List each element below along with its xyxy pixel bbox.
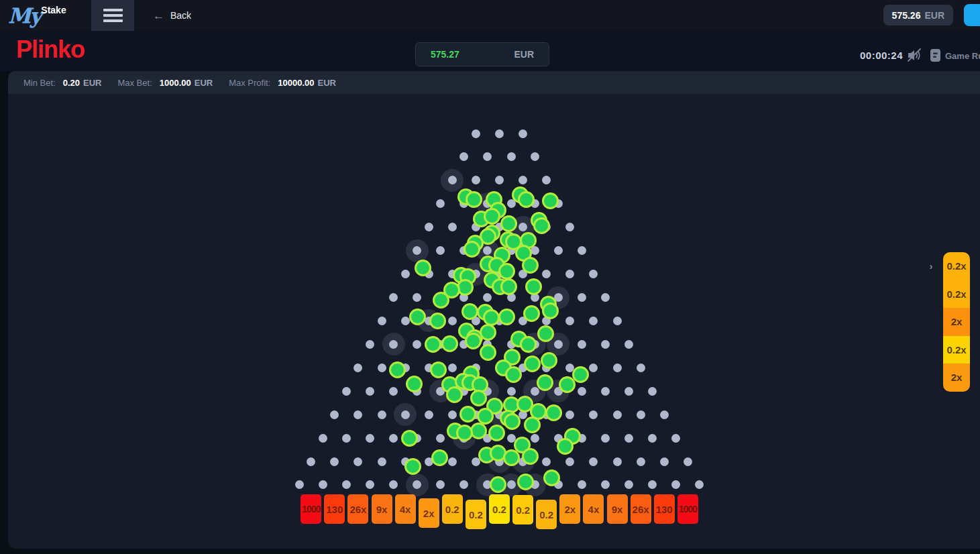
plinko-ball [459, 406, 476, 423]
multiplier-slot: 130 [324, 494, 345, 524]
min-bet-label: Min Bet: [23, 78, 56, 88]
plinko-ball [537, 374, 553, 391]
mystake-logo[interactable]: My Stake [8, 0, 66, 31]
peg [542, 457, 551, 466]
plinko-ball [518, 191, 535, 208]
peg [366, 387, 374, 396]
peg [507, 152, 516, 161]
peg [366, 340, 374, 349]
peg [578, 340, 586, 349]
plinko-ball [465, 333, 482, 349]
peg [531, 387, 539, 396]
plinko-ball [470, 390, 487, 406]
wallet-balance-currency: EUR [924, 10, 944, 21]
multiplier-slot: 4x [395, 494, 416, 524]
plinko-ball [533, 217, 550, 234]
multiplier-slot: 9x [372, 494, 392, 524]
plinko-ball [431, 449, 448, 466]
multiplier-slot: 2x [419, 498, 439, 528]
peg [589, 410, 598, 419]
sound-muted-icon[interactable] [907, 48, 924, 65]
back-button[interactable]: ← Back [153, 0, 191, 31]
wallet-balance[interactable]: 575.26 EUR [883, 5, 953, 25]
peg [648, 480, 657, 489]
min-bet-value: 0.20 [63, 78, 80, 88]
peg [601, 480, 610, 489]
logo-stake-text: Stake [41, 5, 66, 15]
peg [648, 387, 657, 396]
peg [389, 293, 398, 302]
peg [554, 246, 563, 255]
peg [589, 317, 598, 325]
game-rules-link[interactable]: Game Ru [945, 51, 980, 61]
peg [342, 434, 351, 443]
plinko-ball [490, 476, 506, 493]
peg [378, 364, 386, 372]
multiplier-slot: 26x [631, 494, 651, 524]
multiplier-slot: 26x [347, 494, 368, 524]
history-multiplier: 0.2x [943, 252, 970, 280]
max-profit-value: 10000.00 [278, 78, 314, 88]
plinko-ball [389, 362, 406, 378]
plinko-ball [517, 474, 534, 490]
plinko-ball [500, 278, 517, 295]
peg [565, 410, 574, 419]
peg [589, 364, 598, 372]
plinko-ball [557, 438, 574, 455]
plinko-ball [524, 355, 541, 372]
plinko-ball [545, 404, 562, 421]
game-rules-icon[interactable] [930, 49, 940, 64]
multiplier-slot: 1000 [301, 494, 321, 524]
deposit-button[interactable] [964, 4, 980, 26]
history-multiplier: 0.2x [943, 280, 970, 309]
peg [660, 410, 669, 419]
max-profit-label: Max Profit: [229, 78, 270, 88]
peg [330, 410, 339, 419]
plinko-ball [504, 413, 521, 430]
plinko-ball [466, 191, 482, 208]
max-bet-value: 1000.00 [160, 78, 191, 88]
plinko-board: 100013026x9x4x2x0.20.20.20.20.22x4x9x26x… [8, 94, 980, 549]
menu-button[interactable] [91, 0, 134, 31]
peg [648, 434, 657, 443]
plinko-ball [522, 257, 539, 274]
plinko-ball [500, 215, 517, 232]
peg [389, 340, 398, 349]
peg [601, 293, 610, 302]
plinko-ball [477, 408, 494, 425]
peg [436, 246, 445, 255]
peg [554, 340, 563, 349]
back-label: Back [170, 10, 191, 21]
plinko-ball [484, 208, 500, 225]
peg [601, 340, 610, 349]
hamburger-icon [103, 9, 123, 11]
plinko-ball [456, 425, 473, 441]
plinko-page: My Stake ← Back 575.26 EUR Plinko 575.27… [0, 0, 980, 554]
plinko-ball [525, 278, 542, 295]
plinko-ball [404, 458, 421, 475]
peg [319, 480, 327, 489]
plinko-ball [409, 309, 426, 325]
plinko-ball [537, 325, 554, 342]
multiplier-slot: 4x [583, 494, 604, 524]
peg [495, 176, 504, 184]
multiplier-slot: 130 [654, 494, 675, 524]
peg [589, 270, 598, 278]
wallet-balance-amount: 575.26 [892, 10, 921, 21]
peg [613, 317, 622, 325]
history-expand-chevron[interactable]: › [926, 260, 936, 272]
plinko-ball [483, 309, 500, 326]
peg [565, 317, 574, 325]
peg [671, 434, 680, 443]
history-multiplier: 0.2x [943, 336, 970, 364]
peg [565, 270, 574, 278]
peg [483, 293, 492, 302]
peg [413, 293, 421, 302]
plinko-ball [480, 324, 496, 341]
multiplier-slot: 0.2 [489, 494, 510, 524]
history-multiplier: 2x [943, 364, 970, 392]
peg [624, 340, 633, 349]
plinko-ball [415, 260, 431, 276]
plinko-ball [498, 309, 515, 325]
peg [401, 410, 410, 419]
